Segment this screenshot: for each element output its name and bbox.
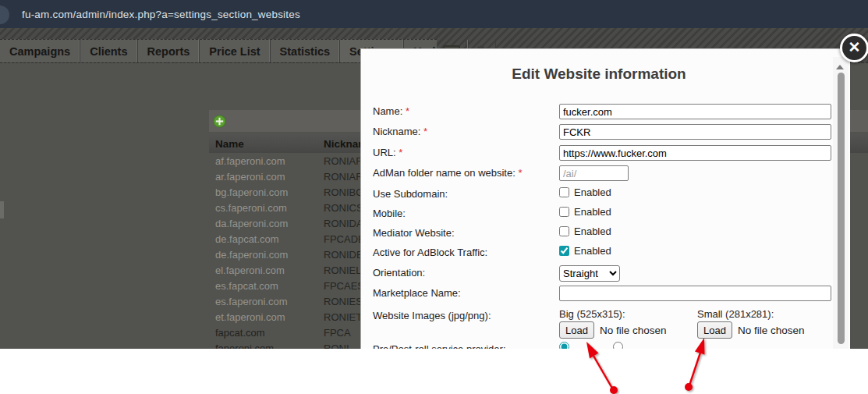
form-row-url: URL: * bbox=[361, 145, 837, 164]
form-row-adblock: Active for AdBlock Traffic: Enabled bbox=[361, 245, 837, 264]
menu-tab-price-list[interactable]: Price List bbox=[200, 40, 270, 62]
bottom-white-strip bbox=[0, 349, 868, 394]
form-row-marketplace: Marketplace Name: bbox=[361, 286, 837, 304]
adblock-enabled-label: Enabled bbox=[574, 245, 611, 257]
form-row-mediator: Mediator Website: Enabled bbox=[361, 225, 837, 244]
mobile-checkbox[interactable] bbox=[559, 207, 569, 217]
url-input[interactable] bbox=[559, 145, 831, 161]
required-asterisk: * bbox=[399, 147, 402, 158]
use-subdomain-label: Use Subdomain: bbox=[373, 188, 448, 200]
adblock-checkbox[interactable] bbox=[559, 246, 569, 256]
menu-tab-statistics[interactable]: Statistics bbox=[271, 40, 340, 62]
orientation-label: Orientation: bbox=[373, 267, 425, 279]
menu-tab-campaigns[interactable]: Campaigns bbox=[0, 40, 80, 62]
big-image-label: Big (525x315): bbox=[559, 308, 625, 320]
marketplace-label: Marketplace Name: bbox=[373, 287, 461, 299]
use-subdomain-checkbox[interactable] bbox=[559, 187, 569, 197]
modal-title: Edit Website information bbox=[361, 66, 837, 83]
small-image-no-file-text: No file chosen bbox=[738, 325, 805, 336]
adman-folder-label: AdMan folder name on website: bbox=[373, 167, 515, 179]
browser-tab-circle-icon bbox=[0, 5, 9, 24]
mediator-label: Mediator Website: bbox=[373, 227, 455, 239]
small-image-load-button[interactable]: Load bbox=[697, 321, 732, 339]
left-edge-tab[interactable] bbox=[0, 201, 4, 218]
preroll-provider-label: Pre/Post-roll service provider: bbox=[373, 343, 506, 349]
address-url[interactable]: fu-am.com/admin/index.php?a=settings_sec… bbox=[22, 9, 300, 20]
nickname-label: Nickname: bbox=[373, 126, 420, 137]
form-row-adman-folder: AdMan folder name on website: * bbox=[361, 165, 837, 184]
big-image-no-file-text: No file chosen bbox=[600, 325, 667, 336]
preroll-radio-1[interactable] bbox=[559, 342, 569, 349]
menu-tab-reports[interactable]: Reports bbox=[138, 40, 200, 62]
small-image-label: Small (281x281): bbox=[697, 308, 774, 320]
preroll-radio-2[interactable] bbox=[613, 342, 623, 349]
adblock-label: Active for AdBlock Traffic: bbox=[373, 247, 487, 258]
edit-website-modal: Edit Website information Name: * Nicknam… bbox=[360, 48, 850, 349]
required-asterisk: * bbox=[406, 105, 409, 117]
adman-folder-input[interactable] bbox=[559, 165, 629, 181]
required-asterisk: * bbox=[423, 126, 427, 137]
close-icon: ✕ bbox=[849, 40, 861, 55]
big-image-load-button[interactable]: Load bbox=[559, 321, 594, 339]
mobile-enabled-label: Enabled bbox=[574, 206, 611, 218]
required-asterisk: * bbox=[518, 167, 522, 179]
add-website-icon[interactable] bbox=[213, 115, 226, 128]
nickname-input[interactable] bbox=[559, 124, 831, 140]
form-row-preroll-provider: Pre/Post-roll service provider: bbox=[361, 342, 837, 349]
form-row-orientation: Orientation: Straight bbox=[361, 265, 837, 284]
name-label: Name: bbox=[373, 105, 402, 117]
form-row-nickname: Nickname: * bbox=[361, 124, 837, 143]
marketplace-input[interactable] bbox=[559, 286, 831, 301]
scroll-up-arrow-icon[interactable] bbox=[836, 65, 844, 69]
table-header-name[interactable]: Name bbox=[215, 138, 324, 150]
modal-close-button[interactable]: ✕ bbox=[840, 34, 868, 62]
mediator-checkbox[interactable] bbox=[559, 226, 569, 236]
mediator-enabled-label: Enabled bbox=[574, 225, 611, 237]
form-row-mobile: Mobile: Enabled bbox=[361, 206, 837, 225]
menu-tab-clients[interactable]: Clients bbox=[80, 40, 137, 62]
screen: fu-am.com/admin/index.php?a=settings_sec… bbox=[0, 0, 868, 394]
mobile-label: Mobile: bbox=[373, 208, 406, 219]
browser-address-bar: fu-am.com/admin/index.php?a=settings_sec… bbox=[0, 0, 868, 28]
form-row-use-subdomain: Use Subdomain: Enabled bbox=[361, 186, 837, 205]
form-row-name: Name: * bbox=[361, 104, 837, 122]
name-input[interactable] bbox=[559, 104, 831, 119]
form-row-image-uploads: Load No file chosen Load No file chosen bbox=[361, 321, 837, 342]
orientation-select[interactable]: Straight bbox=[559, 265, 620, 282]
url-label: URL: bbox=[373, 147, 396, 158]
website-images-label: Website Images (jpg/png): bbox=[373, 310, 491, 321]
modal-scrollbar-thumb[interactable] bbox=[838, 73, 845, 344]
use-subdomain-enabled-label: Enabled bbox=[574, 186, 611, 198]
